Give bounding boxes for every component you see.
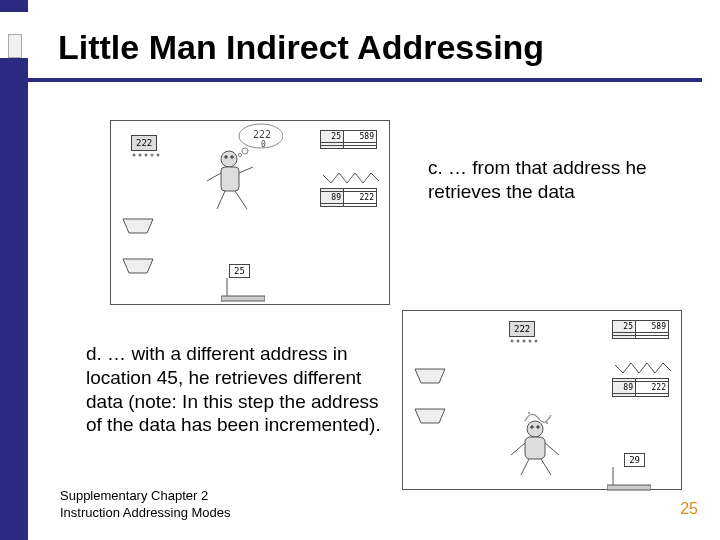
svg-point-27: [537, 426, 540, 429]
svg-point-0: [133, 154, 136, 157]
tear-icon: [615, 361, 671, 377]
mailbox-addr: 89: [321, 192, 344, 203]
mailbox-val: 222: [344, 192, 376, 203]
svg-point-26: [531, 426, 534, 429]
svg-point-9: [225, 156, 228, 159]
out-tray-icon: [121, 257, 155, 275]
svg-line-12: [207, 173, 221, 181]
calculator-display: 222: [509, 321, 535, 337]
slide-sidebar: [0, 0, 28, 540]
mailbox-val: 222: [636, 382, 668, 393]
svg-point-19: [517, 340, 520, 343]
svg-point-3: [151, 154, 154, 157]
svg-line-31: [521, 459, 529, 475]
in-tray-icon: [413, 367, 447, 385]
counter-value: 25: [229, 264, 250, 278]
svg-line-30: [545, 443, 559, 455]
svg-point-1: [139, 154, 142, 157]
tear-icon: [323, 171, 379, 187]
figure-c: 222 222 0: [110, 120, 390, 305]
mailbox-addr: 25: [321, 131, 344, 142]
little-man-icon: [503, 415, 545, 477]
svg-point-4: [157, 154, 160, 157]
page-title: Little Man Indirect Addressing: [58, 28, 544, 67]
footer-line2: Instruction Addressing Modes: [60, 505, 231, 522]
title-underline: [28, 78, 702, 82]
mailboxes-bottom: 89 222: [320, 189, 377, 207]
svg-rect-17: [221, 296, 265, 301]
mailbox-row: [320, 145, 377, 149]
thought-addr: 222: [253, 129, 271, 140]
svg-point-10: [231, 156, 234, 159]
caption-d: d. … with a different address in locatio…: [86, 342, 386, 437]
svg-point-20: [523, 340, 526, 343]
calculator-display: 222: [131, 135, 157, 151]
svg-point-25: [527, 421, 543, 437]
svg-rect-34: [607, 485, 651, 490]
svg-line-14: [217, 191, 225, 209]
figure-d: 222 25589 89222: [402, 310, 682, 490]
display-buttons: [508, 337, 542, 347]
footer-text: Supplementary Chapter 2 Instruction Addr…: [60, 488, 231, 522]
mailboxes-bottom: 89222: [612, 379, 669, 397]
mailbox-row: [320, 203, 377, 207]
svg-point-21: [529, 340, 532, 343]
svg-line-15: [235, 191, 247, 209]
svg-point-23: [528, 412, 530, 414]
mailboxes-top: 25589: [612, 321, 669, 339]
footer-line1: Supplementary Chapter 2: [60, 488, 231, 505]
svg-point-8: [221, 151, 237, 167]
little-man-icon: [201, 147, 243, 209]
svg-line-13: [239, 167, 253, 173]
sidebar-fill: [0, 58, 28, 540]
sidebar-top-block: [0, 0, 28, 12]
caption-c: c. … from that address he retrieves the …: [428, 156, 658, 204]
mailboxes-top: 25 589: [320, 131, 377, 149]
mailbox-val: 589: [344, 131, 376, 142]
svg-rect-11: [221, 167, 239, 191]
svg-rect-28: [525, 437, 545, 459]
svg-line-29: [511, 443, 525, 455]
svg-point-2: [145, 154, 148, 157]
counter-stand-icon: [607, 467, 637, 479]
counter-stand-icon: [221, 278, 251, 290]
svg-line-32: [541, 459, 551, 475]
mailbox-addr: 89: [613, 382, 636, 393]
out-tray-icon: [413, 407, 447, 425]
mailbox-val: 589: [636, 321, 668, 332]
svg-point-18: [511, 340, 514, 343]
sidebar-logo: [8, 34, 22, 58]
svg-point-22: [535, 340, 538, 343]
display-buttons: [130, 151, 164, 161]
in-tray-icon: [121, 217, 155, 235]
page-number: 25: [680, 500, 698, 518]
mailbox-addr: 25: [613, 321, 636, 332]
counter-value: 29: [624, 453, 645, 467]
